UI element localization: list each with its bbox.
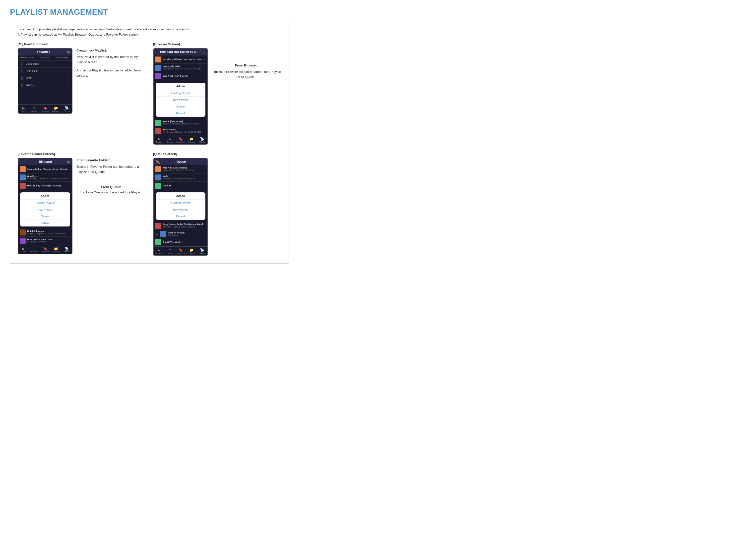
more-icon-1[interactable]: ⋮ [67, 62, 70, 66]
ff-thumb-3 [20, 183, 26, 189]
ff-track-5[interactable]: How Deep Is Your Love Bee Gees - Romance… [18, 237, 72, 245]
footer-queue[interactable]: ≡ Queue [29, 106, 40, 112]
queue-icon: ≡ [29, 106, 40, 110]
browser-track-5[interactable]: Heart Attack Trey Songs - Billboard Hot … [154, 127, 207, 135]
intro-text: mconnect App provides playlist managemen… [18, 27, 281, 37]
tab-my-playlists[interactable]: My Playlists [36, 55, 54, 60]
q-thumb-6 [155, 239, 161, 245]
ff-desc: From Favorite Folder: Tracks in Favorite… [76, 158, 146, 195]
browser-grid-icon[interactable]: ⊞ [202, 50, 205, 54]
q-track-6[interactable]: Top Of The World [154, 238, 207, 246]
browser-track-4[interactable]: No Lie (feat. Drake) 2 Chainz - Billboar… [154, 119, 207, 127]
browser-track-3[interactable]: Give Your Heart a Break [154, 72, 207, 80]
playlist-icon-1: 🎵 [20, 62, 24, 66]
footer-favorites[interactable]: 🔖 Favorites [40, 106, 50, 112]
playlist-item-pop-latest[interactable]: 🎵 POP latest ⋮ [18, 68, 72, 75]
q-track-2[interactable]: Knife Rockwell - Somebody's Watching Me [154, 174, 207, 182]
tab-device-playlists[interactable]: Device Playli... [54, 55, 72, 60]
q-footer-queue[interactable]: ≡ Queue [164, 248, 175, 255]
ff-footer-browser[interactable]: 📁 Browser [51, 247, 61, 253]
q-footer-play-to[interactable]: 📡 Play to [197, 248, 207, 255]
browser-desc: From Browser: Tracks in Browser list can… [212, 63, 281, 80]
q-footer-favorites[interactable]: 🔖 Favorites [175, 248, 186, 255]
ff-play-to-icon: 📡 [61, 247, 72, 250]
more-icon-2[interactable]: ⋮ [67, 69, 70, 73]
page-title: PLAYLIST MANAGEMENT [10, 7, 289, 17]
browser-footer-browser[interactable]: 📁 Browser [186, 137, 197, 143]
browser-footer-player[interactable]: ▶ Player [154, 137, 164, 143]
favorite-folder-section: [Favorite Folder Screen] ← Billboard ⊞ [18, 152, 146, 256]
playlist-item-classic-best[interactable]: 🎵 Classic Best ⋮ [18, 60, 72, 68]
favorite-folder-label: [Favorite Folder Screen] [18, 152, 146, 156]
ff-footer-queue[interactable]: ≡ Queue [29, 247, 40, 253]
playlist-item-midnight[interactable]: 🎵 Midnight ⋮ [18, 82, 72, 89]
ff-track-4[interactable]: Hotel California Eagles - Complete Gr...… [18, 229, 72, 237]
browser-footer-favorites[interactable]: 🔖 Favorites [175, 137, 186, 143]
browser-option-existing[interactable]: Existing Playlist [156, 90, 205, 97]
q-track-1[interactable]: Kiss And Say Goodbye MacRaStans - 히츠/히츠 … [154, 165, 207, 174]
queue-label: [Queue Screen] [153, 152, 281, 156]
browser-track-2[interactable]: Everybody Talks Neon Trees - Billboard H… [154, 64, 207, 72]
browser-phone-footer: ▶ Player ≡ Queue 🔖 Favorites [154, 135, 207, 144]
q-edit-icon[interactable]: ✏️ [156, 160, 160, 164]
ff-modal: Add to Existing Playlist New Playlist Qu… [18, 190, 72, 229]
ff-track-3[interactable]: Hard To Say I'm Sorry/Get Away [18, 182, 72, 190]
browser-footer-play-to[interactable]: 📡 Play to [197, 137, 207, 143]
q-info-1: Kiss And Say Goodbye MacRaStans - 히츠/히츠 … [162, 166, 206, 172]
queue-section-inner: ✏️ Queue ⊞ Kiss And Say Goodbye MacRaSta… [153, 158, 281, 256]
playlist-item-kpop[interactable]: 🎵 KPOP ⋮ [18, 75, 72, 82]
my-playlist-phone-header: Favorites ⊞ [18, 49, 72, 55]
browser-menu-icon[interactable]: ☰ [199, 50, 202, 54]
more-icon-4[interactable]: ⋮ [67, 84, 70, 88]
playlist-name-3: KPOP [26, 77, 65, 80]
ff-footer-favorites[interactable]: 🔖 Favorites [40, 247, 50, 253]
ff-thumb-1 [20, 166, 26, 172]
browser-section: [Browser Screen] ← Billboard Hot 100 09-… [153, 42, 281, 144]
footer-player[interactable]: ▶ Player [18, 106, 29, 112]
ff-option-existing[interactable]: Existing Playlist [20, 199, 70, 206]
q-info-3: Let It Be [162, 184, 206, 187]
q-grid-icon[interactable]: ⊞ [202, 160, 205, 164]
q-add-to-modal: Add to Existing Playlist New Playlist Ca… [156, 192, 205, 220]
ff-fav-icon: 🔖 [40, 247, 50, 250]
q-track-5[interactable]: 1 Tears In Heaven Eric Clapton [154, 230, 207, 238]
browser-option-new[interactable]: New Playlist [156, 97, 205, 103]
browser-back-icon[interactable]: ← [156, 50, 159, 54]
q-option-cancel[interactable]: Cancel [156, 213, 205, 220]
ff-info-2: Goodbye Air Supply - Greatest...s Live-N… [27, 175, 71, 180]
track-thumb-2 [155, 65, 161, 71]
intro-line1: mconnect App provides playlist managemen… [18, 27, 190, 31]
more-icon-3[interactable]: ⋮ [67, 76, 70, 80]
ff-footer-player[interactable]: ▶ Player [18, 247, 29, 253]
ff-option-cancel[interactable]: Cancel [20, 220, 70, 226]
q-footer-browser[interactable]: 📁 Browser [186, 248, 197, 255]
ff-back-icon[interactable]: ← [20, 160, 24, 164]
ff-grid-icon[interactable]: ⊞ [67, 160, 70, 164]
browser-option-cancel[interactable]: Cancel [156, 110, 205, 117]
q-footer-player[interactable]: ▶ Player [154, 248, 164, 255]
q-option-new[interactable]: New Playlist [156, 206, 205, 213]
q-modal: Add to Existing Playlist New Playlist Ca… [154, 190, 207, 222]
browser-track-1[interactable]: Flo Rida - Billboard Hot 100: 07-14-2012 [154, 55, 207, 64]
browser-footer-queue[interactable]: ≡ Queue [164, 137, 175, 143]
ff-info-1: Susan Jacks - Choons (Susan Jacks) [27, 168, 71, 170]
queue-phone: ✏️ Queue ⊞ Kiss And Say Goodbye MacRaSta… [153, 158, 208, 256]
browser-option-queue[interactable]: Queue [156, 103, 205, 110]
tab-favorite-folders[interactable]: Favorite Folders [18, 55, 36, 60]
my-playlist-section: [My Playlist Screen] Favorites ⊞ Favorit… [18, 42, 146, 144]
ff-footer-play-to[interactable]: 📡 Play to [61, 247, 72, 253]
ff-desc-body: Tracks in Favorite Folder can be added t… [76, 164, 146, 175]
footer-play-to[interactable]: 📡 Play to [61, 106, 72, 112]
ff-track-1[interactable]: Susan Jacks - Choons (Susan Jacks) [18, 165, 72, 174]
track-thumb-3 [155, 73, 161, 79]
ff-phone-footer: ▶ Player ≡ Queue 🔖 Favorites [18, 245, 72, 254]
footer-browser[interactable]: 📁 Browser [51, 106, 61, 112]
from-queue-title: From Queue: [101, 185, 121, 189]
q-track-3[interactable]: Let It Be [154, 182, 207, 190]
q-track-4[interactable]: Sorry Seems To Be The Hardest Word Elton… [154, 222, 207, 230]
ff-option-queue[interactable]: Queue [20, 213, 70, 220]
track-thumb-5 [155, 128, 161, 134]
ff-option-new[interactable]: New Playlist [20, 206, 70, 213]
q-option-existing[interactable]: Existing Playlist [156, 199, 205, 206]
ff-track-2[interactable]: Goodbye Air Supply - Greatest...s Live-N… [18, 174, 72, 182]
